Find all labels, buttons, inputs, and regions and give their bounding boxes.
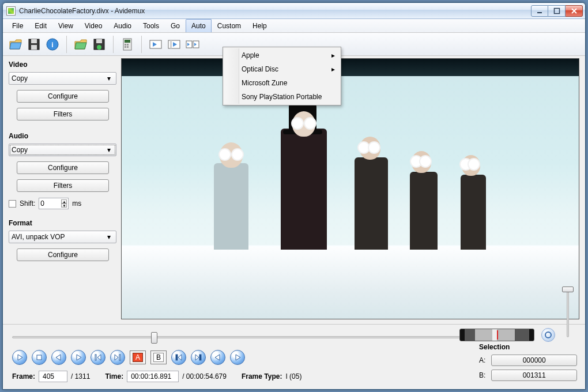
- set-marker-b-button[interactable]: B: [150, 350, 167, 364]
- menu-custom[interactable]: Custom: [212, 19, 247, 32]
- svg-text:i: i: [51, 41, 53, 49]
- menu-tools[interactable]: Tools: [137, 19, 165, 32]
- dropdown-item-microsoft-zune[interactable]: Microsoft Zune: [224, 76, 340, 90]
- selection-b-button[interactable]: 001311: [491, 370, 577, 381]
- next-black-frame-button[interactable]: [230, 350, 245, 365]
- app-window: CharlieChocolateFactory.divx - Avidemux …: [2, 2, 586, 390]
- frame-input[interactable]: 405: [39, 371, 67, 382]
- frame-label: Frame:: [12, 372, 35, 380]
- menu-go[interactable]: Go: [165, 19, 186, 32]
- titlebar: CharlieChocolateFactory.divx - Avidemux: [3, 3, 585, 19]
- left-panel: Video Copy ▾ Configure Filters Audio Cop…: [3, 56, 121, 324]
- close-button[interactable]: [566, 5, 583, 17]
- selection-heading: Selection: [479, 343, 577, 351]
- next-frame-button[interactable]: [71, 350, 86, 365]
- svg-rect-22: [37, 355, 42, 360]
- format-configure-button[interactable]: Configure: [17, 248, 109, 261]
- frametype-value: I (05): [285, 372, 301, 380]
- svg-rect-0: [537, 12, 542, 13]
- save-video-icon[interactable]: [91, 36, 107, 52]
- spin-down-icon[interactable]: ▼: [61, 203, 67, 208]
- save-icon[interactable]: [26, 36, 42, 52]
- prev-frame-button[interactable]: [51, 350, 66, 365]
- video-filters-button[interactable]: Filters: [17, 108, 109, 120]
- video-configure-button[interactable]: Configure: [17, 90, 109, 103]
- menu-file[interactable]: File: [6, 19, 29, 32]
- play-button[interactable]: [12, 350, 27, 365]
- frametype-label: Frame Type:: [242, 372, 282, 380]
- svg-rect-15: [127, 46, 129, 48]
- menu-view[interactable]: View: [52, 19, 79, 32]
- svg-rect-24: [119, 355, 120, 360]
- menu-help[interactable]: Help: [247, 19, 273, 32]
- svg-rect-18: [170, 40, 172, 48]
- stop-button[interactable]: [32, 350, 47, 365]
- volume-thumb[interactable]: [562, 287, 574, 292]
- shift-spinbox[interactable]: 0 ▲▼: [39, 198, 69, 209]
- menu-auto[interactable]: Auto: [186, 19, 212, 32]
- toolbar-separator: [66, 36, 67, 53]
- video-section-heading: Video: [9, 61, 116, 69]
- prev-keyframe-button[interactable]: [91, 350, 105, 365]
- svg-rect-11: [125, 40, 130, 43]
- svg-rect-26: [199, 355, 201, 360]
- input-preview-icon[interactable]: [148, 36, 164, 52]
- format-value: AVI, unpack VOP: [12, 233, 65, 241]
- auto-dropdown-menu: Apple▸Optical Disc▸Microsoft ZuneSony Pl…: [223, 47, 341, 105]
- chevron-right-icon: ▸: [331, 51, 335, 59]
- separate-preview-icon[interactable]: [184, 36, 201, 52]
- svg-rect-14: [125, 46, 126, 48]
- selection-a-button[interactable]: 000000: [491, 355, 577, 366]
- maximize-button[interactable]: [548, 5, 566, 17]
- svg-rect-4: [31, 45, 37, 50]
- svg-rect-13: [127, 44, 129, 46]
- jog-reset-button[interactable]: [541, 328, 555, 342]
- time-total: / 00:00:54.679: [182, 372, 227, 380]
- selection-b-label: B:: [479, 371, 485, 379]
- toolbar-separator: [141, 36, 142, 53]
- dropdown-item-apple[interactable]: Apple▸: [224, 48, 340, 62]
- format-combo[interactable]: AVI, unpack VOP ▾: [9, 231, 116, 243]
- shift-checkbox[interactable]: [9, 200, 16, 208]
- prev-black-frame-button[interactable]: [210, 350, 225, 365]
- goto-marker-b-button[interactable]: [191, 350, 206, 365]
- volume-slider[interactable]: [563, 288, 572, 337]
- menu-video[interactable]: Video: [79, 19, 108, 32]
- next-keyframe-button[interactable]: [110, 350, 125, 365]
- seek-thumb[interactable]: [151, 332, 157, 344]
- seek-slider[interactable]: [12, 336, 461, 338]
- info-icon[interactable]: i: [44, 36, 61, 52]
- calculator-icon[interactable]: [119, 36, 135, 52]
- toolbar-separator: [113, 36, 114, 53]
- selection-a-label: A:: [479, 356, 485, 364]
- frame-total: / 1311: [71, 372, 90, 380]
- audio-configure-button[interactable]: Configure: [17, 161, 109, 174]
- menu-audio[interactable]: Audio: [108, 19, 137, 32]
- chevron-down-icon: ▾: [104, 146, 114, 154]
- selection-panel: Selection A: 000000 B: 001311: [479, 343, 577, 381]
- format-section-heading: Format: [9, 219, 116, 227]
- shift-unit: ms: [72, 199, 81, 208]
- time-input[interactable]: 00:00:16.891: [127, 371, 179, 382]
- window-buttons: [531, 5, 583, 17]
- audio-filters-button[interactable]: Filters: [17, 179, 109, 192]
- svg-point-21: [545, 332, 551, 338]
- svg-rect-25: [176, 355, 178, 360]
- chevron-down-icon: ▾: [104, 233, 114, 241]
- toolbar: i Apple▸Optical Disc▸Microsoft ZuneSony …: [3, 33, 585, 56]
- spin-up-icon[interactable]: ▲: [61, 199, 67, 203]
- video-preview[interactable]: [121, 58, 579, 319]
- set-marker-a-button[interactable]: A: [130, 350, 146, 364]
- dropdown-item-sony-playstation-portable[interactable]: Sony PlayStation Portable: [224, 90, 340, 104]
- goto-marker-a-button[interactable]: [171, 350, 186, 365]
- append-open-icon[interactable]: [73, 36, 89, 52]
- video-codec-combo[interactable]: Copy ▾: [9, 72, 116, 85]
- menu-edit[interactable]: Edit: [29, 19, 52, 32]
- audio-codec-combo[interactable]: Copy ▾: [9, 144, 116, 156]
- output-preview-icon[interactable]: [166, 36, 182, 52]
- open-icon[interactable]: [7, 36, 24, 52]
- jog-wheel[interactable]: [459, 329, 534, 341]
- svg-rect-23: [95, 355, 96, 360]
- minimize-button[interactable]: [531, 5, 548, 17]
- dropdown-item-optical-disc[interactable]: Optical Disc▸: [224, 62, 340, 76]
